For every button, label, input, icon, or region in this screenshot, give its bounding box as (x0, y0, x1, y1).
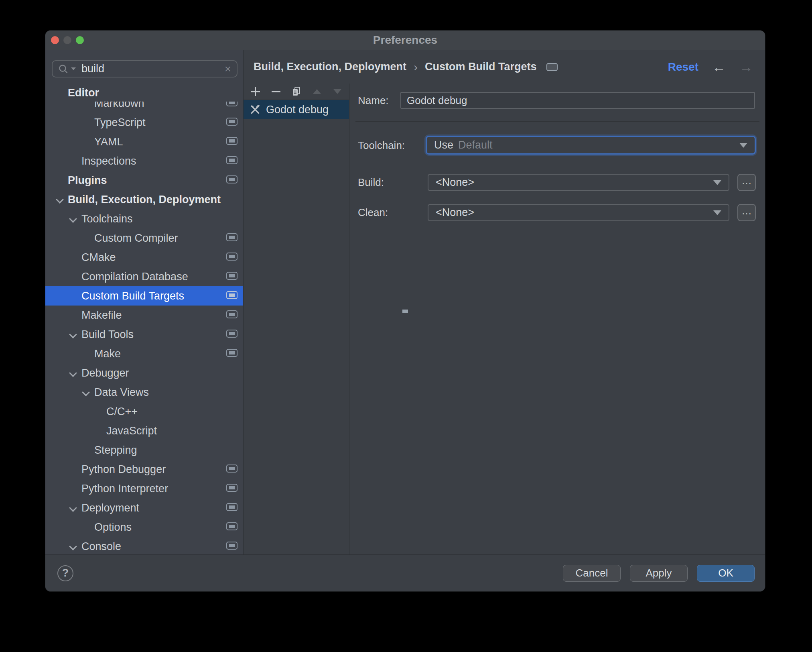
name-input[interactable] (400, 92, 755, 109)
sidebar-item-debugger[interactable]: Debugger (45, 363, 243, 383)
sidebar-item-build-tools[interactable]: Build Tools (45, 325, 243, 344)
header-actions: Reset ← → (668, 60, 753, 74)
close-window-button[interactable] (51, 36, 59, 44)
sidebar-item-custom-compiler[interactable]: Custom Compiler (45, 228, 243, 248)
build-select[interactable]: <None> (428, 174, 729, 191)
back-arrow-icon[interactable]: ← (712, 60, 726, 74)
sidebar-item-options[interactable]: Options (45, 518, 243, 537)
clean-browse-button[interactable]: … (737, 204, 756, 221)
settings-indicator-icon (226, 349, 238, 357)
zoom-window-button[interactable] (76, 36, 84, 44)
copy-target-button[interactable] (291, 86, 302, 97)
toolchain-select[interactable]: Use Default (426, 136, 756, 155)
settings-indicator-icon (226, 137, 238, 145)
build-browse-button[interactable]: … (737, 174, 756, 191)
breadcrumb-parent[interactable]: Build, Execution, Deployment (254, 61, 406, 73)
build-targets-panel: Godot debug (244, 84, 349, 554)
sidebar-item-python-debugger[interactable]: Python Debugger (45, 460, 243, 479)
sidebar-item-data-views[interactable]: Data Views (45, 383, 243, 402)
settings-indicator-icon (226, 465, 238, 473)
titlebar[interactable]: Preferences (45, 31, 765, 50)
settings-indicator-icon (226, 156, 238, 164)
down-arrow-icon (333, 89, 341, 94)
preferences-window: Preferences × EditorMarkdownTypeScriptYA… (45, 30, 765, 592)
copy-icon (291, 86, 302, 97)
sidebar-item-editor[interactable]: Editor (45, 84, 243, 102)
sidebar-item-deployment[interactable]: Deployment (45, 498, 243, 518)
chevron-down-icon[interactable] (70, 370, 76, 377)
dialog-footer: ? Cancel Apply OK (45, 554, 765, 591)
sidebar-item-c-c[interactable]: C/C++ (45, 402, 243, 421)
form-separator (355, 121, 759, 122)
settings-detail-area: Build, Execution, Deployment › Custom Bu… (244, 50, 765, 554)
ok-button[interactable]: OK (697, 565, 755, 582)
chevron-down-icon[interactable] (70, 332, 76, 338)
search-box[interactable]: × (52, 60, 238, 77)
up-arrow-icon (313, 89, 321, 94)
sidebar-item-plugins[interactable]: Plugins (45, 171, 243, 190)
settings-indicator-icon (226, 175, 238, 183)
sidebar-item-stepping[interactable]: Stepping (45, 440, 243, 460)
settings-indicator-icon (226, 522, 238, 530)
remove-target-button[interactable] (270, 86, 281, 97)
sidebar-item-yaml[interactable]: YAML (45, 132, 243, 151)
traffic-lights (51, 31, 84, 50)
sidebar-item-compilation-database[interactable]: Compilation Database (45, 267, 243, 286)
sidebar-item-build-execution-deployment[interactable]: Build, Execution, Deployment (45, 190, 243, 209)
settings-indicator-icon (226, 253, 238, 261)
apply-button[interactable]: Apply (630, 565, 688, 582)
settings-indicator-icon (226, 310, 238, 318)
detail-header: Build, Execution, Deployment › Custom Bu… (244, 50, 765, 84)
search-input[interactable] (81, 63, 222, 75)
chevron-down-icon[interactable] (83, 389, 89, 396)
chevron-down-icon[interactable] (70, 216, 76, 222)
sidebar-item-cmake[interactable]: CMake (45, 248, 243, 267)
preferences-content: × EditorMarkdownTypeScriptYAMLInspection… (45, 50, 765, 554)
forward-arrow-icon: → (739, 60, 753, 74)
clear-search-icon[interactable]: × (225, 63, 231, 75)
search-icon (58, 64, 69, 74)
dropdown-arrow-icon (713, 210, 721, 215)
cancel-button[interactable]: Cancel (563, 565, 621, 582)
sidebar-item-inspections[interactable]: Inspections (45, 151, 243, 171)
minimize-window-button[interactable] (63, 36, 71, 44)
build-target-item-godot-debug[interactable]: Godot debug (244, 100, 349, 119)
search-options-chevron-icon[interactable] (71, 67, 76, 70)
custom-build-target-form: Name: Toolchain: Use Default Build: <Non… (349, 84, 765, 554)
reset-link[interactable]: Reset (668, 61, 698, 73)
window-title: Preferences (373, 34, 437, 47)
add-target-button[interactable] (250, 86, 261, 97)
sidebar-item-make[interactable]: Make (45, 344, 243, 363)
settings-indicator-icon (226, 272, 238, 280)
settings-indicator-icon (546, 63, 558, 71)
breadcrumb-current: Custom Build Targets (425, 61, 537, 73)
sidebar-item-typescript[interactable]: TypeScript (45, 113, 243, 132)
sidebar-item-javascript[interactable]: JavaScript (45, 421, 243, 440)
breadcrumb: Build, Execution, Deployment › Custom Bu… (254, 60, 558, 74)
footer-buttons: Cancel Apply OK (563, 565, 755, 582)
settings-tree: EditorMarkdownTypeScriptYAMLInspectionsP… (45, 84, 243, 554)
chevron-down-icon[interactable] (70, 544, 76, 550)
sidebar-item-makefile[interactable]: Makefile (45, 306, 243, 325)
help-button[interactable]: ? (57, 565, 73, 581)
sidebar-item-toolchains[interactable]: Toolchains (45, 209, 243, 228)
toolchain-label: Toolchain: (358, 139, 405, 152)
settings-indicator-icon (226, 330, 238, 338)
search-area: × (45, 50, 243, 84)
settings-indicator-icon (226, 291, 238, 299)
settings-indicator-icon (226, 484, 238, 492)
build-targets-list: Godot debug (244, 100, 349, 554)
chevron-down-icon[interactable] (70, 505, 76, 511)
name-label: Name: (358, 94, 389, 107)
clean-select[interactable]: <None> (428, 204, 729, 221)
sidebar-item-console[interactable]: Console (45, 537, 243, 554)
clean-label: Clean: (358, 206, 388, 219)
detail-body: Godot debug Name: Toolchain: Use Default… (244, 84, 765, 554)
dropdown-arrow-icon (713, 180, 721, 185)
sidebar-item-python-interpreter[interactable]: Python Interpreter (45, 479, 243, 498)
settings-indicator-icon (226, 542, 238, 550)
chevron-down-icon[interactable] (57, 197, 63, 203)
build-targets-toolbar (244, 84, 349, 100)
sidebar-item-custom-build-targets[interactable]: Custom Build Targets (45, 286, 243, 306)
settings-indicator-icon (226, 118, 238, 126)
